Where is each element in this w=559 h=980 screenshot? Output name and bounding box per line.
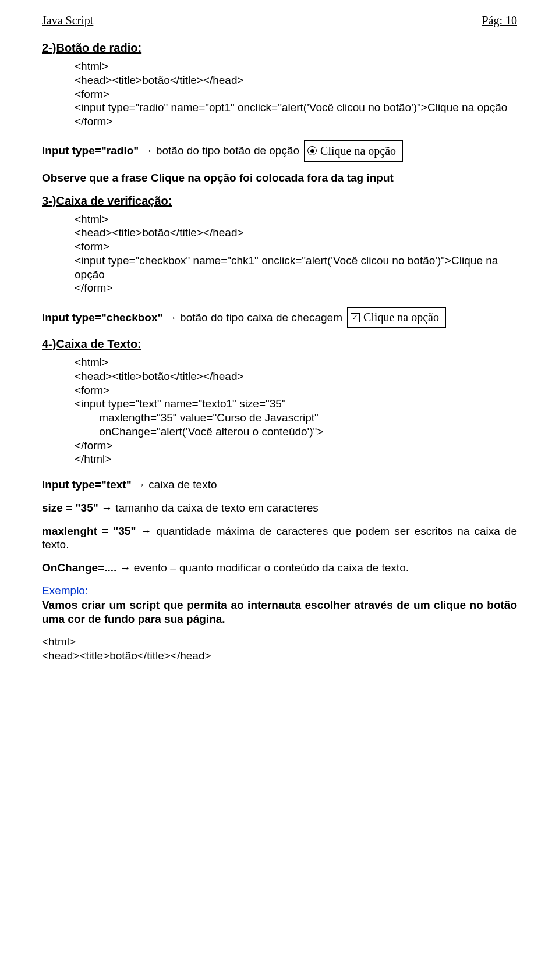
arrow-icon: → (136, 525, 156, 537)
section-2-observe: Observe que a frase Clique na opção foi … (42, 171, 517, 185)
arrow-icon: → (139, 144, 156, 157)
desc4-suffix: evento – quanto modificar o conteúdo da … (134, 562, 409, 574)
arrow-icon: → (132, 478, 149, 491)
section-3-note-suffix: botão do tipo caixa de checagem (180, 311, 342, 324)
page-header: Java Script Pág: 10 (42, 14, 517, 27)
section-2-note-prefix: input type="radio" (42, 144, 139, 157)
checkbox-example-label: Clique na opção (363, 310, 439, 325)
radio-example-label: Clique na opção (320, 144, 396, 158)
header-left: Java Script (42, 14, 93, 27)
checkbox-example-box: ✓ Clique na opção (347, 307, 446, 328)
arrow-icon: → (163, 311, 181, 324)
desc2-prefix: size = "35" (42, 502, 98, 514)
radio-icon[interactable] (307, 146, 317, 155)
section-4-code: <html> <head><title>botão</title></head>… (75, 356, 517, 466)
section-4-desc4: OnChange=.... → evento – quanto modifica… (42, 561, 517, 575)
arrow-icon: → (116, 562, 134, 574)
desc2-suffix: tamanho da caixa de texto em caracteres (115, 502, 319, 514)
checkbox-icon[interactable]: ✓ (351, 313, 360, 322)
section-4-desc3: maxlenght = "35" → quantidade máxima de … (42, 524, 517, 552)
header-right: Pág: 10 (482, 14, 517, 27)
section-2-note-suffix: botão do tipo botão de opção (156, 144, 299, 157)
section-3-note-prefix: input type="checkbox" (42, 311, 163, 324)
section-3-code: <html> <head><title>botão</title></head>… (75, 212, 517, 296)
radio-example-box: Clique na opção (304, 140, 403, 162)
section-4-code2: <html> <head><title>botão</title></head> (42, 635, 517, 663)
section-2-note-row: input type="radio" → botão do tipo botão… (42, 140, 517, 162)
arrow-icon: → (98, 502, 116, 514)
section-3-note-row: input type="checkbox" → botão do tipo ca… (42, 307, 517, 328)
section-4-desc2: size = "35" → tamanho da caixa de texto … (42, 501, 517, 515)
exemplo-label: Exemplo: (42, 584, 88, 596)
exemplo-text: Vamos criar um script que permita ao int… (42, 598, 517, 626)
section-4-desc1: input type="text" → caixa de texto (42, 478, 517, 492)
section-2-title: 2-)Botão de radio: (42, 41, 517, 55)
desc1-prefix: input type="text" (42, 478, 132, 491)
section-2-code: <html> <head><title>botão</title></head>… (75, 59, 517, 129)
section-3-title: 3-)Caixa de verificação: (42, 194, 517, 208)
section-4-title: 4-)Caixa de Texto: (42, 338, 517, 351)
desc4-prefix: OnChange=.... (42, 562, 116, 574)
desc1-suffix: caixa de texto (148, 478, 217, 491)
desc3-prefix: maxlenght = "35" (42, 525, 136, 537)
